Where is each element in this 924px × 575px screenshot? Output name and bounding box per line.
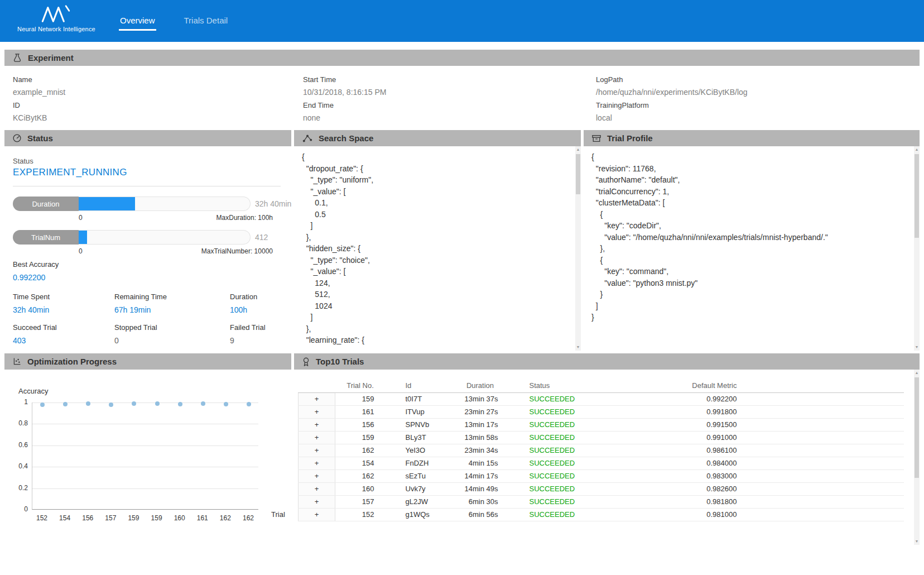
table-row: + 152 g1WQs 6min 56s SUCCEEDED 0.981000 bbox=[299, 508, 904, 521]
cell-trial-id: SPNVb bbox=[386, 418, 458, 431]
y-axis-tick-label: 0.8 bbox=[4, 419, 28, 427]
experiment-name-label: Name bbox=[13, 73, 65, 86]
start-time-value: 10/31/2018, 8:16:15 PM bbox=[303, 86, 386, 99]
cell-trial-no: 157 bbox=[335, 495, 386, 508]
nni-overview-page: Neural Network Intelligence Overview Tri… bbox=[0, 0, 924, 575]
table-row: + 157 gL2JW 6min 30s SUCCEEDED 0.981800 bbox=[299, 495, 904, 508]
x-axis-tick-label: 161 bbox=[191, 514, 214, 522]
expand-row-button[interactable]: + bbox=[299, 457, 335, 469]
brand[interactable]: Neural Network Intelligence bbox=[12, 3, 100, 32]
top10-scrollbar[interactable]: ▲ ▼ bbox=[914, 370, 920, 545]
stat-succeed-trial: Succeed Trial 403 bbox=[13, 322, 114, 347]
x-axis-tick-label: 152 bbox=[31, 514, 53, 522]
cell-trial-id: Uvk7y bbox=[386, 482, 458, 495]
experiment-section-title: Experiment bbox=[28, 53, 74, 63]
cell-trial-id: gL2JW bbox=[386, 495, 458, 508]
scatter-chart-icon bbox=[12, 357, 22, 366]
experiment-time-column: Start Time 10/31/2018, 8:16:15 PM End Ti… bbox=[303, 73, 386, 124]
expand-row-button[interactable]: + bbox=[299, 419, 335, 431]
scroll-up-icon[interactable]: ▲ bbox=[914, 370, 920, 376]
stat-duration: Duration 100h bbox=[230, 291, 283, 317]
duration-progress-bar: Duration 32h 40min bbox=[13, 197, 291, 211]
nni-logo-icon bbox=[38, 3, 74, 25]
expand-row-button[interactable]: + bbox=[299, 432, 335, 444]
cell-trial-no: 156 bbox=[335, 418, 386, 431]
optimization-section-header: Optimization Progress bbox=[4, 353, 291, 370]
scatter-point bbox=[155, 401, 160, 406]
chart-y-axis-label: Accuracy bbox=[18, 387, 48, 395]
cell-trial-id: YeI3O bbox=[386, 444, 458, 457]
cell-trial-no: 161 bbox=[335, 405, 386, 418]
cell-default-metric: 0.984000 bbox=[639, 457, 743, 469]
cell-default-metric: 0.991800 bbox=[639, 405, 743, 418]
optimization-section-title: Optimization Progress bbox=[27, 357, 117, 366]
cell-trial-no: 159 bbox=[335, 392, 386, 405]
duration-min: 0 bbox=[79, 214, 83, 222]
trialnum-max: MaxTrialNumber: 10000 bbox=[201, 247, 273, 255]
cell-default-metric: 0.982600 bbox=[639, 482, 743, 495]
logpath-label: LogPath bbox=[596, 73, 748, 86]
cell-duration: 6min 56s bbox=[458, 508, 503, 521]
scroll-down-icon[interactable]: ▼ bbox=[914, 538, 920, 545]
training-platform-label: TrainingPlatform bbox=[596, 99, 748, 112]
expand-row-button[interactable]: + bbox=[299, 406, 335, 418]
scatter-point bbox=[224, 402, 228, 406]
cell-duration: 13min 37s bbox=[458, 392, 503, 405]
scroll-down-icon[interactable]: ▼ bbox=[914, 344, 920, 351]
trialnum-count-value: 412 bbox=[255, 233, 268, 242]
experiment-path-column: LogPath /home/quzha/nni/experiments/KCiB… bbox=[596, 73, 748, 124]
expand-row-button[interactable]: + bbox=[299, 496, 335, 508]
expand-row-button[interactable]: + bbox=[299, 444, 335, 457]
search-space-panel: Search Space { "dropout_rate": { "_type"… bbox=[294, 130, 581, 352]
status-panel: Status Status EXPERIMENT_RUNNING Duratio… bbox=[4, 130, 291, 352]
x-axis-tick-label: 160 bbox=[169, 514, 191, 522]
search-space-scrollbar[interactable]: ▲ ▼ bbox=[575, 146, 581, 351]
experiment-section-header: Experiment bbox=[4, 50, 920, 66]
expand-row-button[interactable]: + bbox=[299, 470, 335, 482]
status-section-header: Status bbox=[4, 130, 291, 146]
x-axis-tick-label: 159 bbox=[122, 514, 145, 522]
expand-row-button[interactable]: + bbox=[299, 483, 335, 495]
status-section-title: Status bbox=[27, 133, 53, 143]
tab-trials-detail[interactable]: Trials Detail bbox=[183, 11, 229, 31]
chart-x-axis-label: Trial bbox=[271, 510, 285, 519]
y-axis-tick-label: 0.6 bbox=[4, 441, 28, 449]
stat-failed-trial: Failed Trial 9 bbox=[230, 322, 283, 347]
cell-duration: 23min 27s bbox=[458, 405, 503, 418]
expand-row-button[interactable]: + bbox=[299, 393, 335, 405]
trialnum-scale: 0 MaxTrialNumber: 10000 bbox=[79, 247, 273, 255]
trial-profile-scrollbar[interactable]: ▲ ▼ bbox=[914, 146, 920, 351]
table-row: + 162 sEzTu 14min 17s SUCCEEDED 0.983000 bbox=[299, 469, 904, 482]
experiment-status-value: EXPERIMENT_RUNNING bbox=[13, 167, 127, 178]
scroll-up-icon[interactable]: ▲ bbox=[914, 146, 920, 153]
cell-status: SUCCEEDED bbox=[503, 418, 639, 431]
cell-trial-id: FnDZH bbox=[386, 457, 458, 469]
tab-overview[interactable]: Overview bbox=[119, 11, 156, 31]
scroll-up-icon[interactable]: ▲ bbox=[575, 146, 581, 153]
divider bbox=[13, 186, 281, 186]
scrollbar-thumb[interactable] bbox=[915, 154, 919, 238]
scroll-down-icon[interactable]: ▼ bbox=[575, 344, 581, 351]
trialnum-chip: TrialNum bbox=[13, 230, 79, 245]
trial-profile-section-header: Trial Profile bbox=[584, 130, 920, 146]
cell-status: SUCCEEDED bbox=[503, 495, 639, 508]
top-navbar: Neural Network Intelligence Overview Tri… bbox=[0, 0, 924, 42]
medal-icon bbox=[302, 357, 310, 367]
x-axis-tick-label: 159 bbox=[146, 514, 168, 522]
header-default-metric: Default Metric bbox=[639, 378, 743, 392]
expand-row-button[interactable]: + bbox=[299, 509, 335, 521]
cell-status: SUCCEEDED bbox=[503, 392, 639, 405]
top10-trials-table: Trial No. Id Duration Status Default Met… bbox=[298, 378, 904, 521]
gridline bbox=[32, 445, 258, 446]
cell-default-metric: 0.981800 bbox=[639, 495, 743, 508]
cell-duration: 23min 34s bbox=[458, 444, 503, 457]
scrollbar-thumb[interactable] bbox=[915, 377, 919, 478]
gridline bbox=[32, 424, 258, 424]
logpath-value: /home/quzha/nni/experiments/KCiBytKB/log bbox=[596, 86, 748, 99]
y-axis-tick-label: 0.2 bbox=[4, 484, 28, 492]
trialnum-min: 0 bbox=[79, 247, 83, 255]
duration-scale: 0 MaxDuration: 100h bbox=[79, 214, 273, 222]
cell-duration: 4min 15s bbox=[458, 457, 503, 469]
scrollbar-thumb[interactable] bbox=[576, 154, 580, 194]
cell-status: SUCCEEDED bbox=[503, 405, 639, 418]
